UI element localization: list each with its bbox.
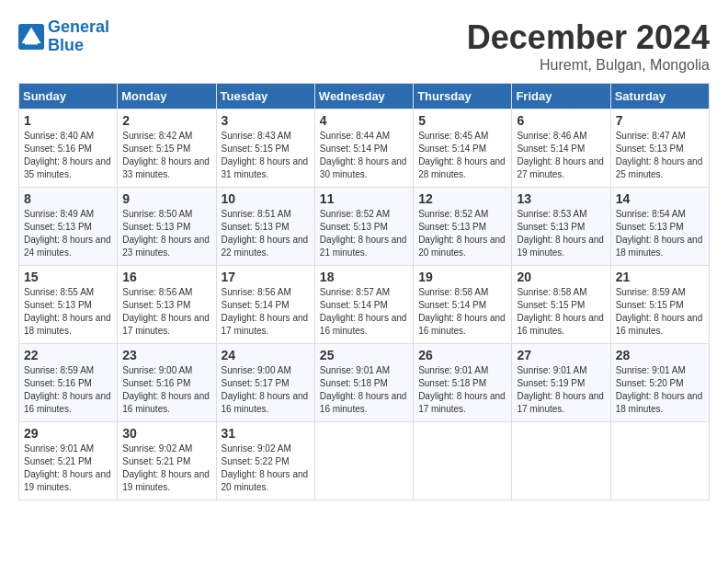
sunset-label: Sunset: 5:13 PM (517, 222, 585, 232)
day-number: 6 (517, 113, 605, 128)
day-info: Sunrise: 8:51 AM Sunset: 5:13 PM Dayligh… (222, 208, 310, 259)
sunrise-label: Sunrise: 9:01 AM (517, 365, 586, 375)
daylight-label: Daylight: 8 hours and 33 minutes. (122, 156, 210, 179)
day-number: 22 (24, 348, 112, 362)
col-thursday: Thursday (414, 84, 512, 109)
calendar-day-cell: 11 Sunrise: 8:52 AM Sunset: 5:13 PM Dayl… (314, 188, 413, 266)
day-number: 3 (222, 113, 310, 128)
sunrise-label: Sunrise: 8:56 AM (122, 287, 192, 297)
day-info: Sunrise: 8:58 AM Sunset: 5:15 PM Dayligh… (517, 286, 605, 338)
daylight-label: Daylight: 8 hours and 24 minutes. (24, 235, 111, 258)
svg-rect-2 (25, 41, 38, 44)
daylight-label: Daylight: 8 hours and 20 minutes. (222, 469, 309, 492)
daylight-label: Daylight: 8 hours and 21 minutes. (320, 235, 407, 258)
col-wednesday: Wednesday (314, 84, 413, 109)
daylight-label: Daylight: 8 hours and 19 minutes. (517, 235, 604, 258)
calendar-day-cell: 6 Sunrise: 8:46 AM Sunset: 5:14 PM Dayli… (512, 109, 610, 188)
calendar-day-cell: 24 Sunrise: 9:00 AM Sunset: 5:17 PM Dayl… (216, 344, 314, 422)
day-number: 2 (122, 113, 210, 128)
sunset-label: Sunset: 5:20 PM (616, 378, 684, 388)
daylight-label: Daylight: 8 hours and 17 minutes. (418, 391, 506, 414)
sunset-label: Sunset: 5:14 PM (418, 300, 486, 310)
daylight-label: Daylight: 8 hours and 23 minutes. (122, 235, 210, 258)
day-number: 20 (517, 270, 605, 284)
daylight-label: Daylight: 8 hours and 16 minutes. (418, 313, 506, 336)
calendar-week-row: 29 Sunrise: 9:01 AM Sunset: 5:21 PM Dayl… (19, 422, 710, 500)
sunrise-label: Sunrise: 8:42 AM (122, 131, 192, 141)
day-number: 29 (24, 426, 112, 441)
calendar-week-row: 1 Sunrise: 8:40 AM Sunset: 5:16 PM Dayli… (19, 109, 710, 188)
sunset-label: Sunset: 5:13 PM (122, 222, 190, 232)
calendar-day-cell (610, 422, 709, 500)
daylight-label: Daylight: 8 hours and 17 minutes. (222, 313, 309, 336)
sunrise-label: Sunrise: 8:52 AM (320, 209, 390, 219)
sunrise-label: Sunrise: 8:43 AM (222, 131, 291, 141)
day-number: 23 (122, 348, 210, 362)
day-number: 26 (418, 348, 506, 362)
day-info: Sunrise: 8:45 AM Sunset: 5:14 PM Dayligh… (418, 130, 506, 181)
calendar-day-cell: 29 Sunrise: 9:01 AM Sunset: 5:21 PM Dayl… (19, 422, 118, 500)
sunrise-label: Sunrise: 8:47 AM (616, 131, 686, 141)
day-info: Sunrise: 8:55 AM Sunset: 5:13 PM Dayligh… (24, 286, 112, 338)
day-info: Sunrise: 8:47 AM Sunset: 5:13 PM Dayligh… (616, 130, 704, 181)
day-info: Sunrise: 8:49 AM Sunset: 5:13 PM Dayligh… (24, 208, 112, 259)
sunset-label: Sunset: 5:16 PM (24, 378, 92, 388)
calendar-day-cell: 7 Sunrise: 8:47 AM Sunset: 5:13 PM Dayli… (610, 109, 709, 188)
day-info: Sunrise: 8:52 AM Sunset: 5:13 PM Dayligh… (418, 208, 506, 259)
sunset-label: Sunset: 5:15 PM (517, 300, 585, 310)
sunrise-label: Sunrise: 8:45 AM (418, 131, 488, 141)
daylight-label: Daylight: 8 hours and 18 minutes. (616, 235, 703, 258)
col-friday: Friday (512, 84, 610, 109)
daylight-label: Daylight: 8 hours and 19 minutes. (24, 469, 111, 492)
day-number: 25 (320, 348, 408, 362)
day-number: 27 (517, 348, 605, 362)
sunset-label: Sunset: 5:14 PM (320, 144, 388, 154)
calendar-table: Sunday Monday Tuesday Wednesday Thursday… (18, 83, 710, 500)
sunrise-label: Sunrise: 9:01 AM (320, 365, 390, 375)
calendar-day-cell: 3 Sunrise: 8:43 AM Sunset: 5:15 PM Dayli… (216, 109, 314, 188)
sunset-label: Sunset: 5:21 PM (122, 456, 190, 466)
month-title: December 2024 (467, 18, 710, 57)
calendar-day-cell: 17 Sunrise: 8:56 AM Sunset: 5:14 PM Dayl… (216, 266, 314, 344)
daylight-label: Daylight: 8 hours and 22 minutes. (222, 235, 309, 258)
calendar-day-cell: 5 Sunrise: 8:45 AM Sunset: 5:14 PM Dayli… (414, 109, 512, 188)
page-header: General Blue December 2024 Huremt, Bulga… (18, 18, 710, 74)
daylight-label: Daylight: 8 hours and 16 minutes. (222, 391, 309, 414)
sunrise-label: Sunrise: 8:54 AM (616, 209, 686, 219)
header-row: Sunday Monday Tuesday Wednesday Thursday… (19, 84, 710, 109)
col-monday: Monday (118, 84, 216, 109)
sunset-label: Sunset: 5:14 PM (517, 144, 585, 154)
day-number: 4 (320, 113, 408, 128)
day-number: 10 (222, 191, 310, 206)
calendar-day-cell: 20 Sunrise: 8:58 AM Sunset: 5:15 PM Dayl… (512, 266, 610, 344)
calendar-day-cell (414, 422, 512, 500)
daylight-label: Daylight: 8 hours and 20 minutes. (418, 235, 506, 258)
calendar-day-cell (512, 422, 610, 500)
daylight-label: Daylight: 8 hours and 16 minutes. (320, 391, 407, 414)
day-info: Sunrise: 8:40 AM Sunset: 5:16 PM Dayligh… (24, 130, 112, 181)
daylight-label: Daylight: 8 hours and 17 minutes. (122, 313, 210, 336)
day-info: Sunrise: 8:53 AM Sunset: 5:13 PM Dayligh… (517, 208, 605, 259)
sunset-label: Sunset: 5:14 PM (320, 300, 388, 310)
sunset-label: Sunset: 5:16 PM (122, 378, 190, 388)
day-number: 31 (222, 426, 310, 441)
daylight-label: Daylight: 8 hours and 18 minutes. (24, 313, 111, 336)
sunrise-label: Sunrise: 8:46 AM (517, 131, 586, 141)
sunrise-label: Sunrise: 9:00 AM (122, 365, 192, 375)
calendar-day-cell: 26 Sunrise: 9:01 AM Sunset: 5:18 PM Dayl… (414, 344, 512, 422)
sunrise-label: Sunrise: 8:56 AM (222, 287, 291, 297)
calendar-day-cell: 23 Sunrise: 9:00 AM Sunset: 5:16 PM Dayl… (118, 344, 216, 422)
day-number: 12 (418, 191, 506, 206)
logo-text: General Blue (48, 18, 109, 55)
sunset-label: Sunset: 5:13 PM (418, 222, 486, 232)
calendar-day-cell: 14 Sunrise: 8:54 AM Sunset: 5:13 PM Dayl… (610, 188, 709, 266)
calendar-day-cell: 31 Sunrise: 9:02 AM Sunset: 5:22 PM Dayl… (216, 422, 314, 500)
sunset-label: Sunset: 5:13 PM (616, 222, 684, 232)
day-info: Sunrise: 9:02 AM Sunset: 5:21 PM Dayligh… (122, 442, 210, 494)
sunrise-label: Sunrise: 8:58 AM (418, 287, 488, 297)
day-number: 16 (122, 270, 210, 284)
daylight-label: Daylight: 8 hours and 16 minutes. (24, 391, 111, 414)
daylight-label: Daylight: 8 hours and 31 minutes. (222, 156, 309, 179)
calendar-day-cell: 27 Sunrise: 9:01 AM Sunset: 5:19 PM Dayl… (512, 344, 610, 422)
logo: General Blue (18, 18, 109, 55)
